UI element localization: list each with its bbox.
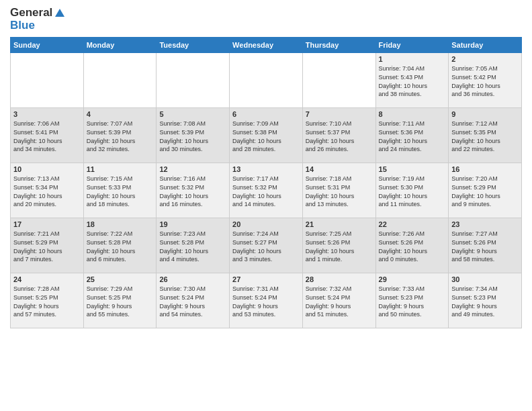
calendar-week-row: 24Sunrise: 7:28 AM Sunset: 5:25 PM Dayli… — [11, 273, 522, 328]
day-info: Sunrise: 7:24 AM Sunset: 5:27 PM Dayligh… — [232, 230, 300, 263]
day-number: 15 — [379, 165, 446, 173]
calendar-cell: 13Sunrise: 7:17 AM Sunset: 5:32 PM Dayli… — [230, 163, 303, 218]
calendar-cell: 8Sunrise: 7:11 AM Sunset: 5:36 PM Daylig… — [375, 108, 449, 163]
logo-general: General — [10, 6, 52, 19]
calendar-header-row: SundayMondayTuesdayWednesdayThursdayFrid… — [11, 38, 522, 53]
day-number: 8 — [379, 110, 446, 118]
calendar-cell: 19Sunrise: 7:23 AM Sunset: 5:28 PM Dayli… — [157, 218, 230, 273]
calendar-cell: 20Sunrise: 7:24 AM Sunset: 5:27 PM Dayli… — [230, 218, 303, 273]
day-number: 28 — [306, 275, 373, 283]
day-info: Sunrise: 7:25 AM Sunset: 5:26 PM Dayligh… — [306, 230, 373, 263]
calendar-cell — [230, 53, 303, 108]
svg-marker-0 — [55, 9, 64, 17]
day-number: 5 — [159, 110, 226, 118]
day-info: Sunrise: 7:29 AM Sunset: 5:25 PM Dayligh… — [87, 285, 154, 318]
day-info: Sunrise: 7:10 AM Sunset: 5:37 PM Dayligh… — [306, 120, 373, 153]
header: General Blue — [10, 7, 522, 32]
calendar-cell: 5Sunrise: 7:08 AM Sunset: 5:39 PM Daylig… — [157, 108, 230, 163]
day-info: Sunrise: 7:30 AM Sunset: 5:24 PM Dayligh… — [159, 285, 226, 318]
day-number: 1 — [379, 55, 446, 63]
day-info: Sunrise: 7:18 AM Sunset: 5:31 PM Dayligh… — [306, 175, 373, 208]
calendar-cell: 4Sunrise: 7:07 AM Sunset: 5:39 PM Daylig… — [83, 108, 157, 163]
calendar-cell — [11, 53, 84, 108]
calendar-cell: 26Sunrise: 7:30 AM Sunset: 5:24 PM Dayli… — [157, 273, 230, 328]
day-info: Sunrise: 7:06 AM Sunset: 5:41 PM Dayligh… — [13, 120, 81, 153]
day-info: Sunrise: 7:16 AM Sunset: 5:32 PM Dayligh… — [159, 175, 226, 208]
day-number: 17 — [13, 220, 81, 228]
calendar-cell: 11Sunrise: 7:15 AM Sunset: 5:33 PM Dayli… — [83, 163, 157, 218]
day-info: Sunrise: 7:19 AM Sunset: 5:30 PM Dayligh… — [379, 175, 446, 208]
weekday-header: Sunday — [11, 38, 84, 53]
day-number: 14 — [306, 165, 373, 173]
day-number: 7 — [306, 110, 373, 118]
calendar-week-row: 10Sunrise: 7:13 AM Sunset: 5:34 PM Dayli… — [11, 163, 522, 218]
day-number: 24 — [13, 275, 81, 283]
calendar-cell: 7Sunrise: 7:10 AM Sunset: 5:37 PM Daylig… — [302, 108, 375, 163]
day-info: Sunrise: 7:23 AM Sunset: 5:28 PM Dayligh… — [159, 230, 226, 263]
day-info: Sunrise: 7:34 AM Sunset: 5:23 PM Dayligh… — [451, 285, 519, 318]
weekday-header: Wednesday — [230, 38, 303, 53]
day-number: 23 — [451, 220, 519, 228]
calendar-cell: 3Sunrise: 7:06 AM Sunset: 5:41 PM Daylig… — [11, 108, 84, 163]
calendar-cell: 14Sunrise: 7:18 AM Sunset: 5:31 PM Dayli… — [302, 163, 375, 218]
calendar-table: SundayMondayTuesdayWednesdayThursdayFrid… — [10, 37, 522, 328]
day-number: 18 — [87, 220, 154, 228]
day-number: 10 — [13, 165, 81, 173]
day-info: Sunrise: 7:28 AM Sunset: 5:25 PM Dayligh… — [13, 285, 81, 318]
calendar-cell: 16Sunrise: 7:20 AM Sunset: 5:29 PM Dayli… — [449, 163, 522, 218]
day-info: Sunrise: 7:21 AM Sunset: 5:29 PM Dayligh… — [13, 230, 81, 263]
day-number: 13 — [232, 165, 300, 173]
day-info: Sunrise: 7:05 AM Sunset: 5:42 PM Dayligh… — [451, 64, 519, 98]
day-info: Sunrise: 7:31 AM Sunset: 5:24 PM Dayligh… — [232, 285, 300, 318]
weekday-header: Monday — [83, 38, 157, 53]
day-number: 12 — [159, 165, 226, 173]
day-info: Sunrise: 7:27 AM Sunset: 5:26 PM Dayligh… — [451, 230, 519, 263]
calendar-cell: 2Sunrise: 7:05 AM Sunset: 5:42 PM Daylig… — [449, 53, 522, 108]
day-number: 9 — [451, 110, 519, 118]
day-info: Sunrise: 7:09 AM Sunset: 5:38 PM Dayligh… — [232, 120, 300, 153]
calendar-cell: 29Sunrise: 7:33 AM Sunset: 5:23 PM Dayli… — [375, 273, 449, 328]
calendar-week-row: 1Sunrise: 7:04 AM Sunset: 5:43 PM Daylig… — [11, 53, 522, 108]
weekday-header: Tuesday — [157, 38, 230, 53]
day-number: 20 — [232, 220, 300, 228]
calendar-cell: 6Sunrise: 7:09 AM Sunset: 5:38 PM Daylig… — [230, 108, 303, 163]
day-info: Sunrise: 7:32 AM Sunset: 5:24 PM Dayligh… — [306, 285, 373, 318]
calendar-cell — [157, 53, 230, 108]
day-number: 22 — [379, 220, 446, 228]
day-number: 27 — [232, 275, 300, 283]
day-number: 30 — [451, 275, 519, 283]
calendar-cell — [83, 53, 157, 108]
day-number: 16 — [451, 165, 519, 173]
day-number: 25 — [87, 275, 154, 283]
day-number: 11 — [87, 165, 154, 173]
day-number: 6 — [232, 110, 300, 118]
calendar-cell: 15Sunrise: 7:19 AM Sunset: 5:30 PM Dayli… — [375, 163, 449, 218]
weekday-header: Thursday — [302, 38, 375, 53]
calendar-cell — [302, 53, 375, 108]
day-info: Sunrise: 7:07 AM Sunset: 5:39 PM Dayligh… — [87, 120, 154, 153]
day-info: Sunrise: 7:08 AM Sunset: 5:39 PM Dayligh… — [159, 120, 226, 153]
main-container: General Blue SundayMondayTuesdayWednesda… — [0, 0, 532, 332]
calendar-cell: 23Sunrise: 7:27 AM Sunset: 5:26 PM Dayli… — [449, 218, 522, 273]
calendar-cell: 24Sunrise: 7:28 AM Sunset: 5:25 PM Dayli… — [11, 273, 84, 328]
logo-blue: Blue — [10, 19, 66, 32]
day-info: Sunrise: 7:33 AM Sunset: 5:23 PM Dayligh… — [379, 285, 446, 318]
weekday-header: Saturday — [449, 38, 522, 53]
calendar-cell: 10Sunrise: 7:13 AM Sunset: 5:34 PM Dayli… — [11, 163, 84, 218]
calendar-cell: 12Sunrise: 7:16 AM Sunset: 5:32 PM Dayli… — [157, 163, 230, 218]
calendar-cell: 30Sunrise: 7:34 AM Sunset: 5:23 PM Dayli… — [449, 273, 522, 328]
day-info: Sunrise: 7:13 AM Sunset: 5:34 PM Dayligh… — [13, 175, 81, 208]
day-number: 26 — [159, 275, 226, 283]
day-info: Sunrise: 7:20 AM Sunset: 5:29 PM Dayligh… — [451, 175, 519, 208]
calendar-cell: 17Sunrise: 7:21 AM Sunset: 5:29 PM Dayli… — [11, 218, 84, 273]
logo: General Blue — [10, 7, 66, 32]
day-info: Sunrise: 7:17 AM Sunset: 5:32 PM Dayligh… — [232, 175, 300, 208]
calendar-cell: 28Sunrise: 7:32 AM Sunset: 5:24 PM Dayli… — [302, 273, 375, 328]
calendar-cell: 1Sunrise: 7:04 AM Sunset: 5:43 PM Daylig… — [375, 53, 449, 108]
day-info: Sunrise: 7:15 AM Sunset: 5:33 PM Dayligh… — [87, 175, 154, 208]
calendar-cell: 27Sunrise: 7:31 AM Sunset: 5:24 PM Dayli… — [230, 273, 303, 328]
weekday-header: Friday — [375, 38, 449, 53]
day-info: Sunrise: 7:04 AM Sunset: 5:43 PM Dayligh… — [379, 64, 446, 98]
calendar-cell: 22Sunrise: 7:26 AM Sunset: 5:26 PM Dayli… — [375, 218, 449, 273]
day-number: 29 — [379, 275, 446, 283]
